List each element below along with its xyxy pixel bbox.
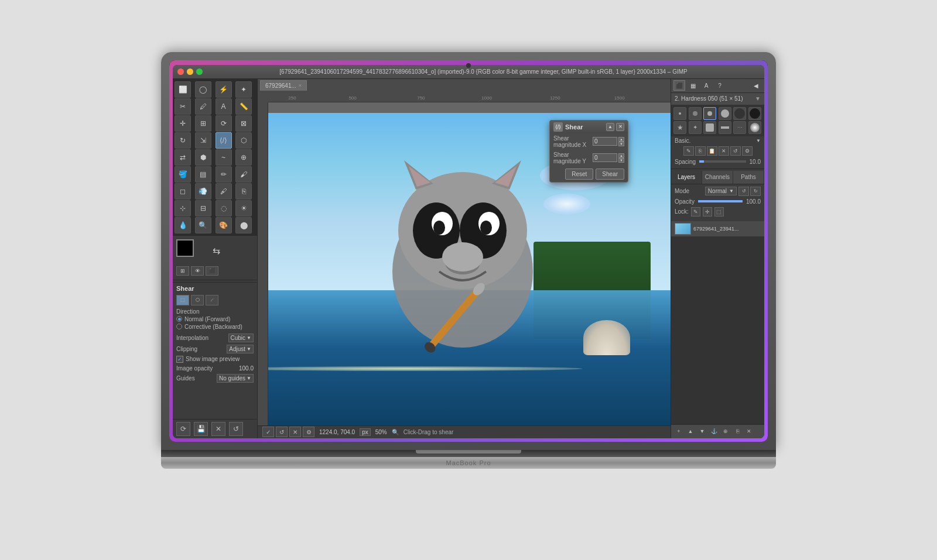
commit-transform-button[interactable]: ✓ [262,427,274,437]
tool-handle[interactable]: ⊕ [235,149,252,166]
tool-zoom[interactable]: 🔍 [195,217,211,233]
lock-pixels-icon[interactable]: ✎ [691,207,700,217]
tool-perspective-clone[interactable]: ⊟ [195,200,211,217]
anchor-layer-button[interactable]: ⚓ [709,427,719,436]
brush-item-2[interactable] [689,107,702,120]
restore-defaults-button[interactable]: ⟳ [176,422,190,436]
mode-icon-grid[interactable]: ⊞ [176,266,189,276]
brush-item-12[interactable] [748,121,761,134]
tool-rotate[interactable]: ↻ [175,132,191,149]
spacing-slider[interactable] [699,160,746,163]
shear-y-input[interactable]: 0 [593,153,617,162]
minimize-button[interactable] [187,68,193,75]
layer-item-1[interactable]: 67929641_23941... [671,221,764,237]
mode-prev-button[interactable]: ↺ [738,187,749,196]
brush-item-11[interactable]: ⋯ [733,121,746,134]
foreground-color[interactable] [176,239,194,257]
transform-icon-path[interactable]: ⟋ [206,295,218,305]
tool-dodge[interactable]: ☀ [235,200,252,217]
tool-measure[interactable]: 📏 [235,98,252,115]
new-layer-button[interactable]: + [673,427,684,436]
delete-settings-button[interactable]: ✕ [211,422,225,436]
reset-transform-button[interactable]: ↺ [276,427,288,437]
tool-perspective[interactable]: ⬡ [235,132,252,149]
delete-layer-button[interactable]: ✕ [744,427,754,436]
brushes-icon[interactable]: ⬛ [673,80,685,91]
patterns-icon[interactable]: ▦ [687,80,699,91]
duplicate-layer-button[interactable]: ⎘ [732,427,743,436]
tool-airbrush[interactable]: 💨 [195,183,211,200]
layers-tab[interactable]: Layers [671,171,702,184]
canvas-image[interactable]: ⟨/⟩ Shear ▲ ✕ [268,113,671,425]
transform-icon-selection[interactable]: ⬡ [191,295,204,305]
tool-colorize[interactable]: 🎨 [216,217,232,233]
brush-delete-button[interactable]: ✕ [719,146,729,156]
tool-bucket[interactable]: 🪣 [175,166,191,183]
brush-item-5[interactable] [733,107,746,120]
shear-y-up-button[interactable]: ▲ [618,153,624,158]
shear-x-up-button[interactable]: ▲ [618,137,624,142]
tool-warp[interactable]: ~ [216,149,232,166]
brush-panel-collapse-icon[interactable]: ▼ [755,95,761,102]
tool-clone[interactable]: ⎘ [235,183,252,200]
save-settings-button[interactable]: 💾 [194,422,208,436]
close-button[interactable] [177,68,184,75]
options-button[interactable]: ⚙ [303,427,314,437]
dialog-collapse-button[interactable]: ▲ [606,123,614,131]
lock-alpha-icon[interactable]: ⬚ [714,207,724,217]
clipping-select[interactable]: Adjust ▼ [227,345,254,353]
brush-item-3[interactable] [703,107,716,120]
tool-colorpicker[interactable]: 💧 [175,217,191,233]
cancel-transform-button[interactable]: ✕ [289,427,301,437]
interpolation-select[interactable]: Cubic ▼ [228,334,254,342]
guides-select[interactable]: No guides ▼ [217,374,254,383]
tool-scissors[interactable]: ✂ [175,98,191,115]
tool-blur[interactable]: ◌ [216,200,232,217]
brush-item-8[interactable]: ✦ [689,121,702,134]
tool-fuzzy-select[interactable]: ✦ [235,81,252,98]
shear-y-down-button[interactable]: ▼ [618,158,624,163]
tool-text[interactable]: A [216,98,232,115]
mode-icon-view[interactable]: 👁 [191,266,204,276]
lock-position-icon[interactable]: ✛ [703,207,712,217]
swap-colors-icon[interactable]: ⇆ [213,245,220,256]
raise-layer-button[interactable]: ▲ [685,427,696,436]
tool-shear[interactable]: ⟨/⟩ [216,132,232,149]
brush-item-4[interactable] [719,107,731,120]
shear-x-input[interactable]: 0 [593,137,617,146]
tool-free-select[interactable]: ⚡ [216,81,232,98]
brush-item-7[interactable]: ★ [673,121,686,134]
channels-tab[interactable]: Channels [702,171,733,184]
canvas-tab-active[interactable]: 67929641... × [260,80,307,91]
brush-item-10[interactable] [719,121,731,134]
tool-rect-select[interactable]: ⬜ [175,81,191,98]
brush-item-6[interactable] [748,107,761,120]
tool-hue[interactable]: ⬤ [235,217,252,233]
radio-corrective[interactable]: Corrective (Backward) [176,324,254,330]
tool-align[interactable]: ⊞ [195,115,211,132]
brush-settings-button[interactable]: ⚙ [742,146,753,156]
shear-x-down-button[interactable]: ▼ [618,142,624,146]
dialog-close-button[interactable]: ✕ [616,123,624,131]
tool-eraser[interactable]: ◻ [175,183,191,200]
merge-layers-button[interactable]: ⊕ [720,427,731,436]
show-preview-row[interactable]: ✓ Show image preview [176,356,254,363]
tool-cage[interactable]: ⬢ [195,149,211,166]
opacity-slider[interactable] [698,200,743,202]
tool-gradient[interactable]: ▤ [195,166,211,183]
brush-paste-button[interactable]: 📋 [707,146,717,156]
text-tool-icon[interactable]: A [700,80,712,91]
tool-paintbrush[interactable]: 🖌 [235,166,252,183]
help-icon[interactable]: ? [714,80,726,91]
canvas-tab-close-icon[interactable]: × [299,83,302,88]
brush-duplicate-button[interactable]: ⎘ [695,146,706,156]
tool-ellipse-select[interactable]: ◯ [195,81,211,98]
unit-select[interactable]: px [360,428,371,436]
brush-item-9[interactable] [703,121,716,134]
shear-apply-button[interactable]: Shear [596,169,624,180]
tool-transform[interactable]: ⟳ [216,115,232,132]
brush-refresh-button[interactable]: ↺ [730,146,741,156]
lower-layer-button[interactable]: ▼ [697,427,707,436]
transform-icon-layer[interactable]: ⬚ [176,295,189,305]
radio-normal[interactable]: Normal (Forward) [176,316,254,322]
